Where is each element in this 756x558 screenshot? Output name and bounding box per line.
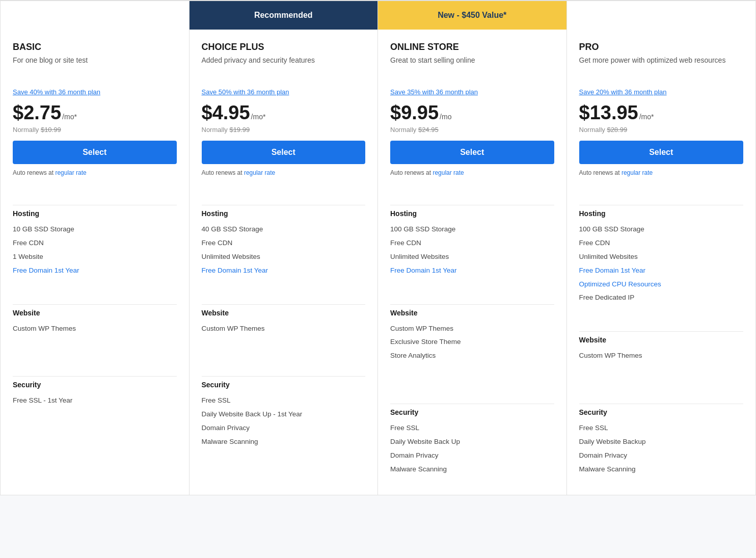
- pricing-wrapper: BASICFor one blog or site testSave 40% w…: [0, 0, 756, 495]
- price-normal-basic: Normally $10.99: [13, 126, 177, 134]
- plans-grid: BASICFor one blog or site testSave 40% w…: [1, 1, 755, 495]
- regular-rate-link-pro[interactable]: regular rate: [622, 169, 653, 176]
- website-title-basic: Website: [13, 309, 177, 317]
- price-normal-online-store: Normally $24.95: [390, 126, 554, 134]
- hosting-item-choice-plus-2: Unlimited Websites: [202, 250, 366, 264]
- select-button-online-store[interactable]: Select: [390, 141, 554, 164]
- hosting-title-basic: Hosting: [13, 209, 177, 218]
- hosting-item-basic-1: Free CDN: [13, 236, 177, 250]
- hosting-item-pro-1: Free CDN: [579, 236, 744, 250]
- divider-website-choice-plus: [202, 304, 366, 305]
- plan-desc-pro: Get more power with optimized web resour…: [579, 56, 744, 80]
- select-button-pro[interactable]: Select: [579, 141, 744, 164]
- price-period-pro: /mo*: [639, 113, 654, 121]
- website-item-online-store-2: Store Analytics: [390, 349, 554, 363]
- security-spacer-choice-plus: [202, 449, 366, 461]
- save-link-choice-plus[interactable]: Save 50% with 36 month plan: [202, 88, 366, 96]
- security-item-online-store-3: Malware Scanning: [390, 463, 554, 476]
- price-period-online-store: /mo: [440, 113, 451, 121]
- security-item-choice-plus-0: Free SSL: [202, 394, 366, 408]
- auto-renew-basic: Auto renews at regular rate: [13, 169, 177, 176]
- hosting-item-online-store-3: Free Domain 1st Year: [390, 264, 554, 278]
- plan-column-choice-plus: RecommendedCHOICE PLUSAdded privacy and …: [190, 1, 379, 495]
- plan-desc-choice-plus: Added privacy and security features: [202, 56, 366, 80]
- auto-renew-online-store: Auto renews at regular rate: [390, 169, 554, 176]
- hosting-section-basic: Hosting10 GB SSD StorageFree CDN1 Websit…: [1, 195, 189, 294]
- security-section-choice-plus: SecurityFree SSLDaily Website Back Up - …: [190, 366, 378, 467]
- divider-security-online-store: [390, 404, 554, 404]
- plan-name-pro: PRO: [579, 42, 744, 52]
- hosting-title-online-store: Hosting: [390, 209, 554, 218]
- hosting-item-online-store-0: 100 GB SSD Storage: [390, 223, 554, 236]
- security-item-pro-1: Daily Website Backup: [579, 435, 744, 449]
- plan-body-basic: BASICFor one blog or site testSave 40% w…: [1, 30, 189, 195]
- hosting-item-choice-plus-0: 40 GB SSD Storage: [202, 223, 366, 236]
- hosting-item-basic-3: Free Domain 1st Year: [13, 264, 177, 278]
- regular-rate-link-online-store[interactable]: regular rate: [433, 169, 464, 176]
- website-item-pro-0: Custom WP Themes: [579, 349, 744, 363]
- website-item-choice-plus-0: Custom WP Themes: [202, 322, 366, 336]
- security-item-choice-plus-3: Malware Scanning: [202, 435, 366, 449]
- website-section-online-store: WebsiteCustom WP ThemesExclusive Store T…: [378, 294, 566, 394]
- hosting-item-pro-5: Free Dedicated IP: [579, 291, 744, 305]
- website-spacer-choice-plus: [202, 335, 366, 360]
- website-section-basic: WebsiteCustom WP Themes: [1, 294, 189, 366]
- price-normal-choice-plus: Normally $19.99: [202, 126, 366, 134]
- security-item-basic-0: Free SSL - 1st Year: [13, 394, 177, 408]
- select-button-choice-plus[interactable]: Select: [202, 141, 366, 164]
- price-row-basic: $2.75/mo*: [13, 102, 177, 124]
- divider-security-choice-plus: [202, 376, 366, 377]
- website-spacer-online-store: [390, 363, 554, 387]
- website-item-basic-0: Custom WP Themes: [13, 322, 177, 336]
- hosting-section-online-store: Hosting100 GB SSD StorageFree CDNUnlimit…: [378, 195, 566, 294]
- plan-body-choice-plus: CHOICE PLUSAdded privacy and security fe…: [190, 30, 378, 195]
- divider-website-basic: [13, 304, 177, 305]
- save-link-basic[interactable]: Save 40% with 36 month plan: [13, 88, 177, 96]
- plan-desc-online-store: Great to start selling online: [390, 56, 554, 80]
- security-item-online-store-2: Domain Privacy: [390, 449, 554, 463]
- price-main-online-store: $9.95: [390, 102, 439, 124]
- plan-column-basic: BASICFor one blog or site testSave 40% w…: [1, 1, 190, 495]
- hosting-section-choice-plus: Hosting40 GB SSD StorageFree CDNUnlimite…: [190, 195, 378, 294]
- price-period-basic: /mo*: [62, 113, 77, 121]
- divider-website-online-store: [390, 304, 554, 305]
- price-row-pro: $13.95/mo*: [579, 102, 744, 124]
- regular-rate-link-basic[interactable]: regular rate: [55, 169, 86, 176]
- hosting-item-pro-2: Unlimited Websites: [579, 250, 744, 264]
- hosting-item-online-store-1: Free CDN: [390, 236, 554, 250]
- security-item-pro-0: Free SSL: [579, 421, 744, 435]
- save-link-pro[interactable]: Save 20% with 36 month plan: [579, 88, 744, 96]
- security-section-pro: SecurityFree SSLDaily Website BackupDoma…: [567, 393, 756, 495]
- website-item-online-store-1: Exclusive Store Theme: [390, 335, 554, 349]
- website-item-online-store-0: Custom WP Themes: [390, 322, 554, 336]
- security-item-choice-plus-2: Domain Privacy: [202, 421, 366, 435]
- hosting-item-choice-plus-3: Free Domain 1st Year: [202, 264, 366, 278]
- website-section-pro: WebsiteCustom WP Themes: [567, 321, 756, 393]
- website-spacer-pro: [579, 363, 744, 387]
- divider-hosting-pro: [579, 205, 744, 205]
- security-section-basic: SecurityFree SSL - 1st Year: [1, 366, 189, 426]
- divider-website-pro: [579, 331, 744, 332]
- divider-hosting-basic: [13, 205, 177, 205]
- regular-rate-link-choice-plus[interactable]: regular rate: [244, 169, 275, 176]
- security-item-pro-3: Malware Scanning: [579, 463, 744, 476]
- hosting-section-pro: Hosting100 GB SSD StorageFree CDNUnlimit…: [567, 195, 756, 321]
- divider-hosting-choice-plus: [202, 205, 366, 205]
- auto-renew-choice-plus: Auto renews at regular rate: [202, 169, 366, 176]
- divider-hosting-online-store: [390, 205, 554, 205]
- website-title-online-store: Website: [390, 309, 554, 317]
- plan-column-online-store: New - $450 Value*ONLINE STOREGreat to st…: [378, 1, 567, 495]
- security-title-online-store: Security: [390, 408, 554, 416]
- security-item-online-store-0: Free SSL: [390, 421, 554, 435]
- security-spacer-pro: [579, 476, 744, 489]
- hosting-item-pro-0: 100 GB SSD Storage: [579, 223, 744, 236]
- plan-badge-online-store: New - $450 Value*: [378, 1, 566, 30]
- hosting-item-basic-0: 10 GB SSD Storage: [13, 223, 177, 236]
- select-button-basic[interactable]: Select: [13, 141, 177, 164]
- security-title-pro: Security: [579, 408, 744, 416]
- save-link-online-store[interactable]: Save 35% with 36 month plan: [390, 88, 554, 96]
- website-section-choice-plus: WebsiteCustom WP Themes: [190, 294, 378, 366]
- hosting-title-choice-plus: Hosting: [202, 209, 366, 218]
- plan-desc-basic: For one blog or site test: [13, 56, 177, 80]
- price-row-online-store: $9.95/mo: [390, 102, 554, 124]
